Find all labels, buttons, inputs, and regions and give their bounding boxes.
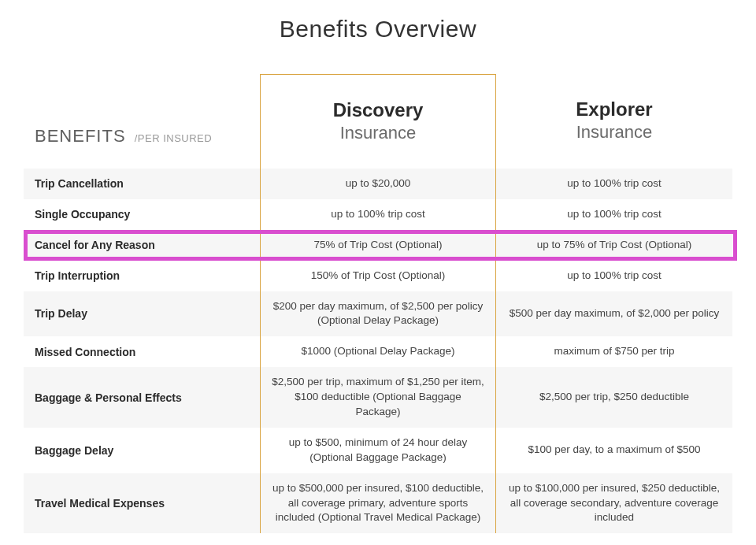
- benefit-value-discovery: 150% of Trip Cost (Optional): [260, 261, 496, 291]
- benefit-label: Baggage & Personal Effects: [24, 367, 260, 428]
- plan-sub-discovery: Insurance: [340, 122, 417, 145]
- benefit-label: Trip Interruption: [24, 261, 260, 291]
- benefit-value-discovery: $2,500 per trip, maximum of $1,250 per i…: [260, 367, 496, 428]
- benefit-value-explorer: up to 75% of Trip Cost (Optional): [496, 230, 732, 261]
- benefit-value-explorer: up to 100% trip cost: [496, 169, 732, 199]
- benefit-value-discovery: $1000 (Optional Delay Package): [260, 336, 496, 367]
- benefit-value-explorer: maximum of $750 per trip: [496, 336, 732, 367]
- table-row: Baggage Delayup to $500, minimum of 24 h…: [24, 428, 732, 473]
- benefit-label: Single Occupancy: [24, 199, 260, 230]
- table-row: Travel Medical Expensesup to $500,000 pe…: [24, 473, 732, 534]
- benefit-value-discovery: up to $20,000: [260, 169, 496, 199]
- benefit-label: Baggage Delay: [24, 428, 260, 473]
- plan-sub-explorer: Insurance: [576, 121, 653, 144]
- table-row: Baggage & Personal Effects$2,500 per tri…: [24, 367, 732, 428]
- benefit-value-explorer: $2,500 per trip, $250 deductible: [496, 367, 732, 428]
- benefits-column-header: BENEFITS /PER INSURED: [24, 74, 260, 169]
- benefits-table: BENEFITS /PER INSURED Discovery Insuranc…: [24, 74, 732, 533]
- page-title: Benefits Overview: [24, 16, 732, 43]
- benefit-label: Trip Delay: [24, 291, 260, 337]
- benefit-value-explorer: $100 per day, to a maximum of $500: [496, 428, 732, 473]
- benefit-value-discovery: up to $500, minimum of 24 hour delay (Op…: [260, 428, 496, 473]
- table-header-row: BENEFITS /PER INSURED Discovery Insuranc…: [24, 74, 732, 169]
- table-row: Trip Delay$200 per day maximum, of $2,50…: [24, 291, 732, 337]
- plan-name-explorer: Explorer: [576, 98, 652, 121]
- plan-header-explorer: Explorer Insurance: [496, 74, 732, 169]
- benefit-value-discovery: $200 per day maximum, of $2,500 per poli…: [260, 291, 496, 337]
- benefit-value-explorer: up to 100% trip cost: [496, 199, 732, 230]
- table-row: Missed Connection$1000 (Optional Delay P…: [24, 336, 732, 367]
- benefit-label: Trip Cancellation: [24, 169, 260, 199]
- benefit-label: Travel Medical Expenses: [24, 473, 260, 534]
- benefit-value-discovery: up to $500,000 per insured, $100 deducti…: [260, 473, 496, 534]
- benefits-overview-page: Benefits Overview BENEFITS /PER INSURED …: [0, 0, 756, 533]
- benefits-header-main: BENEFITS: [35, 126, 126, 146]
- table-row: Trip Cancellationup to $20,000up to 100%…: [24, 169, 732, 199]
- benefit-value-discovery: up to 100% trip cost: [260, 199, 496, 230]
- benefits-header-sub: /PER INSURED: [135, 132, 212, 144]
- table-row: Single Occupancyup to 100% trip costup t…: [24, 199, 732, 230]
- benefit-value-discovery: 75% of Trip Cost (Optional): [260, 230, 496, 261]
- table-row: Trip Interruption150% of Trip Cost (Opti…: [24, 261, 732, 291]
- plan-header-discovery: Discovery Insurance: [260, 74, 496, 169]
- benefit-value-explorer: $500 per day maximum, of $2,000 per poli…: [496, 291, 732, 337]
- benefit-label: Cancel for Any Reason: [24, 230, 260, 261]
- benefit-value-explorer: up to 100% trip cost: [496, 261, 732, 291]
- plan-name-discovery: Discovery: [333, 99, 424, 122]
- benefit-label: Missed Connection: [24, 336, 260, 367]
- table-row: Cancel for Any Reason75% of Trip Cost (O…: [24, 230, 732, 261]
- benefit-value-explorer: up to $100,000 per insured, $250 deducti…: [496, 473, 732, 534]
